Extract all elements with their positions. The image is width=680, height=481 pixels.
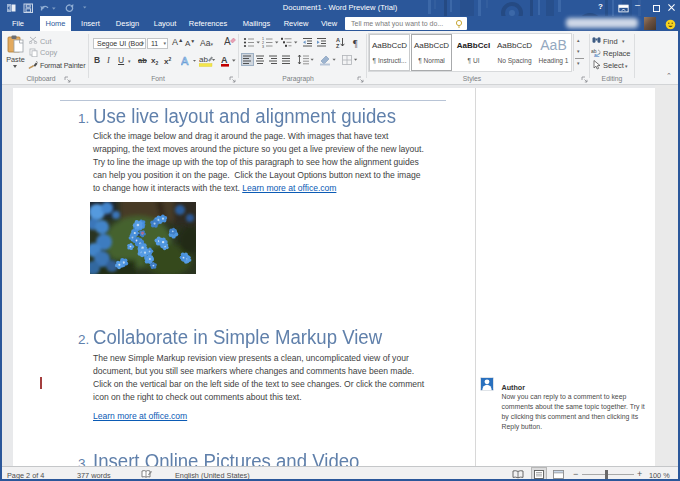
svg-text:¶: ¶ [353,38,358,49]
svg-text:A: A [224,36,231,47]
svg-text:3: 3 [262,45,264,48]
svg-text:A: A [181,55,189,67]
svg-text:Z: Z [336,43,340,49]
svg-text:ab: ab [199,55,208,64]
svg-text:ac: ac [594,52,600,57]
svg-text:A: A [221,55,228,65]
